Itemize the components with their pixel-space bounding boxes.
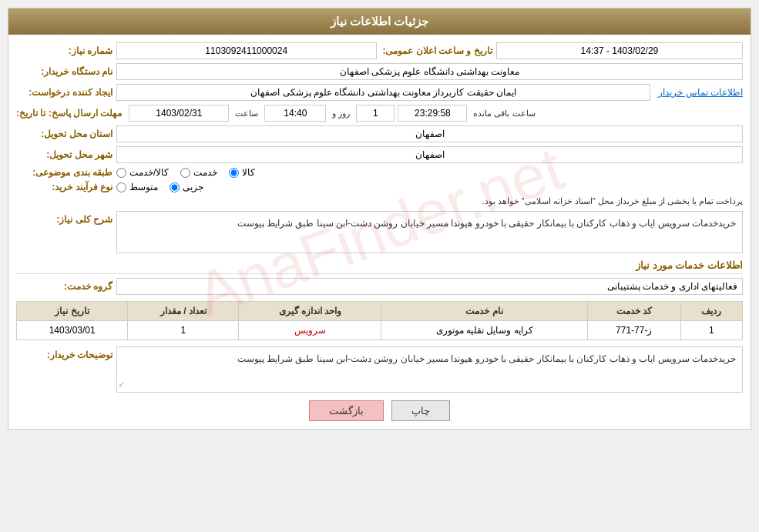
org-name-value: معاونت بهداشتی دانشگاه علوم پزشکی اصفهان [116,63,743,80]
city-label: شهر محل تحویل: [16,149,116,160]
need-desc-value: خریدخدمات سرویس ایاب و ذهاب کارکنان با ب… [116,211,743,253]
services-table: ردیف کد خدمت نام خدمت واحد اندازه گیری ت… [16,301,743,340]
creator-value: ایمان حقیقت کاربرداز معاونت بهداشتی دانش… [116,84,650,101]
type-medium-radio[interactable] [116,182,126,192]
col-header-name: نام خدمت [381,302,588,321]
services-section-title: اطلاعات خدمات مورد نیاز [16,259,743,274]
announcement-label: تاریخ و ساعت اعلان عمومی: [383,45,496,56]
need-desc-label: شرح کلی نیاز: [16,211,116,225]
table-cell: 1 [680,321,743,340]
deadline-label: مهلت ارسال پاسخ: تا تاریخ: [16,108,126,119]
deadline-remaining: 23:29:58 [398,105,467,122]
deadline-days: 1 [356,105,395,122]
service-group-label: گروه خدمت: [16,281,116,292]
table-cell: سرویس [239,321,381,340]
cat-goods-service-label: کالا/خدمت [129,167,169,178]
notice-text: پرداخت تمام یا بخشی از مبلغ خریداز محل "… [116,196,743,206]
table-cell: کرایه وسایل نقلیه موتوری [381,321,588,340]
table-cell: 1 [128,321,239,340]
province-label: استان محل تحویل: [16,129,116,139]
need-number-value: 1103092411000024 [116,42,377,59]
table-cell: ز-77-771 [587,321,680,340]
type-partial-label: جزیی [183,182,203,192]
cat-service-label: خدمت [193,167,217,178]
cat-goods-radio[interactable] [229,168,239,178]
cat-goods-label: کالا [242,167,255,178]
col-header-row: ردیف [680,302,743,321]
deadline-remaining-label: ساعت باقی مانده [470,109,538,119]
announcement-value: 1403/02/29 - 14:37 [496,42,743,59]
purchase-type-label: نوع فرآیند خرید: [16,182,116,192]
deadline-day-label: روز و [329,109,353,119]
deadline-date: 1403/02/31 [129,105,229,122]
deadline-time-label: ساعت [232,109,261,119]
table-cell: 1403/03/01 [17,321,128,340]
cat-goods-service-radio[interactable] [116,168,126,178]
org-name-label: نام دستگاه خریدار: [16,66,116,77]
need-number-label: شماره نیاز: [16,45,116,56]
category-label: طبقه بندی موضوعی: [16,167,116,178]
col-header-date: تاریخ نیاز [17,302,128,321]
cat-service-radio[interactable] [180,168,190,178]
page-title: جزئیات اطلاعات نیاز [8,8,751,35]
print-button[interactable]: چاپ [391,400,450,421]
deadline-time: 14:40 [264,105,326,122]
creator-link[interactable]: اطلاعات تماس خریدار [658,87,743,98]
service-group-value: فعالیتهای اداری و خدمات پشتیبانی [116,278,743,295]
buyer-desc-value: خریدخدمات سرویس ایاب و ذهاب کارکنان با ب… [116,346,743,393]
province-value: اصفهان [116,125,743,142]
type-partial-radio[interactable] [170,182,180,192]
col-header-code: کد خدمت [587,302,680,321]
col-header-qty: تعداد / مقدار [128,302,239,321]
back-button[interactable]: بازگشت [309,400,384,421]
col-header-unit: واحد اندازه گیری [239,302,381,321]
type-medium-label: متوسط [129,182,158,192]
city-value: اصفهان [116,146,743,163]
buyer-desc-label: توضیحات خریدار: [16,346,116,360]
creator-label: ایجاد کننده درخواست: [16,87,116,98]
